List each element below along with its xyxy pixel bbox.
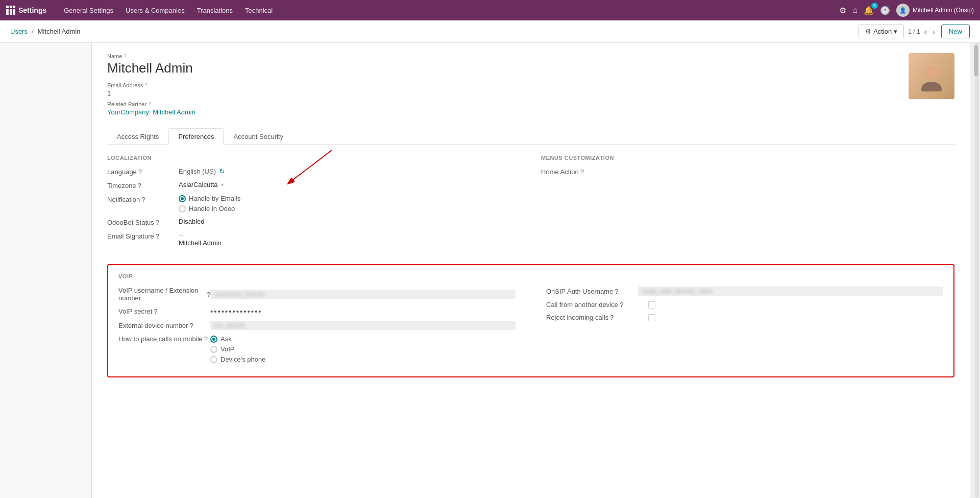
voip-username-label: VoIP username / Extension number ?: [118, 287, 210, 302]
breadcrumb-current: Mitchell Admin: [38, 28, 81, 35]
nav-technical[interactable]: Technical: [240, 5, 278, 16]
clock-icon[interactable]: 🕐: [880, 6, 890, 15]
timezone-help-icon[interactable]: ?: [138, 182, 141, 189]
main-content: Name ? Mitchell Admin Email Address ? 1: [0, 43, 980, 498]
email-signature: -- Mitchell Admin: [179, 231, 222, 247]
email-field-row: Email Address ? 1: [107, 82, 909, 97]
voip-external-device-value: ext_blurred: [210, 321, 516, 330]
mobile-device-option[interactable]: Device's phone: [210, 355, 516, 363]
reject-calls-help-icon[interactable]: ?: [610, 314, 614, 321]
menus-col: MENUS CUSTOMIZATION Home Action ?: [541, 155, 954, 252]
timezone-label: Timezone ?: [107, 181, 179, 189]
prev-button[interactable]: ‹: [922, 27, 929, 37]
home-action-label: Home Action ?: [541, 167, 612, 176]
call-from-device-label: Call from another device ?: [546, 301, 648, 309]
odoobot-label: OdooBot Status ?: [107, 218, 179, 226]
notification-help-icon[interactable]: ?: [141, 196, 145, 203]
odoobot-help-icon[interactable]: ?: [156, 219, 159, 226]
voip-secret-help-icon[interactable]: ?: [154, 307, 157, 315]
language-row: Language ? English (US) ↻: [107, 167, 521, 176]
notification-count: 5: [871, 3, 878, 9]
home-icon[interactable]: ⌂: [852, 6, 857, 15]
call-from-device-help-icon[interactable]: ?: [620, 301, 623, 309]
breadcrumb-separator: /: [32, 28, 34, 35]
svg-point-2: [925, 66, 938, 78]
signature-label: Email Signature ?: [107, 231, 179, 240]
app-logo[interactable]: Settings: [6, 6, 46, 15]
voip-secret-value: ••••••••••••••: [210, 307, 516, 316]
mobile-ask-option[interactable]: Ask: [210, 335, 516, 343]
gear-icon: ⚙: [865, 28, 871, 35]
sidebar: [0, 43, 92, 498]
notification-bell[interactable]: 🔔 5: [864, 6, 874, 15]
email-label: Email Address ?: [107, 82, 909, 88]
voip-grid: VoIP username / Extension number ? usern…: [118, 287, 943, 368]
mobile-voip-label: VoIP: [220, 345, 234, 353]
odoobot-value: Disabled: [179, 218, 521, 225]
avatar: 👤: [896, 4, 910, 17]
voip-external-device-help-icon[interactable]: ?: [190, 322, 193, 329]
breadcrumb-bar: Users / Mitchell Admin ⚙ Action ▾ 1 / 1 …: [0, 20, 980, 43]
home-action-help-icon[interactable]: ?: [580, 168, 584, 176]
mobile-ask-radio[interactable]: [210, 336, 217, 343]
onsip-help-icon[interactable]: ?: [615, 288, 618, 295]
user-name: Mitchell Admin (Onsip): [913, 7, 974, 14]
call-from-device-checkbox[interactable]: [648, 301, 655, 309]
breadcrumb-parent[interactable]: Users: [10, 28, 28, 35]
grid-icon: [6, 6, 15, 15]
user-menu[interactable]: 👤 Mitchell Admin (Onsip): [896, 4, 974, 17]
timezone-value: Asia/Calcutta ▾: [179, 181, 521, 188]
mobile-radio-group: Ask VoIP Device's phone: [210, 335, 516, 363]
voip-username-help-icon[interactable]: ?: [207, 291, 210, 298]
nav-translations[interactable]: Translations: [192, 5, 238, 16]
svg-point-1: [921, 82, 942, 91]
next-button[interactable]: ›: [930, 27, 937, 37]
main-nav: General Settings Users & Companies Trans…: [59, 5, 278, 16]
voip-secret-label: VoIP secret ?: [118, 307, 210, 315]
reject-calls-checkbox[interactable]: [648, 314, 655, 321]
action-button[interactable]: ⚙ Action ▾: [859, 25, 904, 38]
voip-section: VOIP VoIP username / Extension number ?: [107, 264, 954, 377]
voip-title: VOIP: [118, 273, 943, 279]
tab-access-rights[interactable]: Access Rights: [107, 128, 168, 145]
voip-mobile-help-icon[interactable]: ?: [204, 335, 208, 343]
right-sidebar: [970, 43, 980, 498]
notification-emails-radio[interactable]: [179, 195, 186, 202]
mobile-voip-radio[interactable]: [210, 346, 217, 353]
nav-general-settings[interactable]: General Settings: [59, 5, 118, 16]
mobile-device-radio[interactable]: [210, 356, 217, 363]
localization-col: LOCALIZATION Language ? English (US) ↻: [107, 155, 521, 252]
email-help-icon[interactable]: ?: [144, 83, 148, 88]
partner-help-icon[interactable]: ?: [148, 102, 151, 107]
voip-mobile-label: How to place calls on mobile ?: [118, 335, 210, 343]
partner-value[interactable]: YourCompany: Mitchell Admin: [107, 108, 909, 116]
settings-icon[interactable]: ⚙: [839, 6, 846, 15]
new-button[interactable]: New: [941, 25, 970, 38]
voip-external-device-label: External device number ?: [118, 322, 210, 329]
tab-account-security[interactable]: Account Security: [224, 128, 293, 145]
language-help-icon[interactable]: ?: [138, 168, 142, 176]
voip-secret-row: VoIP secret ? ••••••••••••••: [118, 307, 516, 316]
notification-odoo-radio[interactable]: [179, 205, 186, 212]
signature-row: Email Signature ? -- Mitchell Admin: [107, 231, 521, 247]
nav-users-companies[interactable]: Users & Companies: [120, 5, 190, 16]
scrollbar-track: [975, 43, 979, 498]
profile-photo[interactable]: [909, 53, 954, 99]
name-label: Name ?: [107, 53, 909, 59]
form-header: Name ? Mitchell Admin Email Address ? 1: [107, 53, 954, 120]
signature-help-icon[interactable]: ?: [156, 232, 159, 240]
mobile-ask-label: Ask: [220, 335, 232, 343]
form-section-localization: LOCALIZATION Language ? English (US) ↻: [107, 155, 954, 252]
name-help-icon[interactable]: ?: [124, 54, 127, 59]
tab-preferences[interactable]: Preferences: [168, 128, 224, 145]
mobile-voip-option[interactable]: VoIP: [210, 345, 516, 353]
language-select[interactable]: English (US): [179, 168, 216, 175]
notification-emails-option[interactable]: Handle by Emails: [179, 195, 240, 202]
notification-odoo-option[interactable]: Handle in Odoo: [179, 205, 240, 212]
breadcrumb-actions: ⚙ Action ▾ 1 / 1 ‹ › New: [859, 25, 970, 38]
scrollbar-thumb[interactable]: [974, 45, 978, 76]
localization-title: LOCALIZATION: [107, 155, 521, 161]
signature-name: Mitchell Admin: [179, 239, 222, 247]
odoobot-row: OdooBot Status ? Disabled: [107, 218, 521, 226]
refresh-icon[interactable]: ↻: [219, 167, 225, 175]
